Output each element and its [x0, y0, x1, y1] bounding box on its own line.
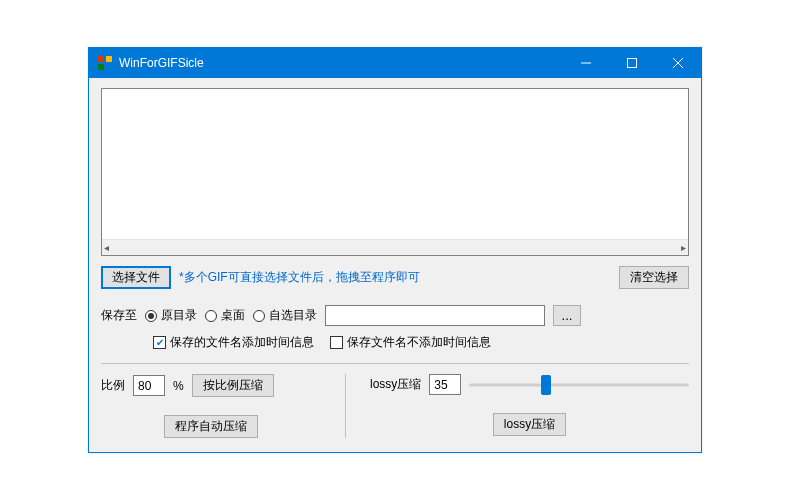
ratio-label: 比例: [101, 377, 125, 394]
lossy-slider[interactable]: [469, 375, 689, 395]
checkbox-icon: [330, 336, 343, 349]
window-title: WinForGIFSicle: [119, 56, 204, 70]
svg-rect-3: [106, 64, 112, 70]
app-icon: [97, 55, 113, 71]
radio-original-dir[interactable]: 原目录: [145, 307, 197, 324]
radio-label: 自选目录: [269, 307, 317, 324]
titlebar[interactable]: WinForGIFSicle: [89, 48, 701, 78]
radio-label: 桌面: [221, 307, 245, 324]
drag-hint-label: *多个GIF可直接选择文件后，拖拽至程序即可: [179, 269, 420, 286]
file-list[interactable]: ◂ ▸: [101, 88, 689, 256]
slider-track: [469, 383, 689, 386]
browse-button[interactable]: ...: [553, 305, 581, 326]
close-button[interactable]: [655, 48, 701, 78]
checkbox-label: 保存的文件名添加时间信息: [170, 334, 314, 351]
lossy-panel: lossy压缩 lossy压缩: [370, 374, 689, 438]
ratio-panel: 比例 % 按比例压缩 程序自动压缩: [101, 374, 321, 438]
radio-icon: [145, 310, 157, 322]
save-path-input[interactable]: [325, 305, 545, 326]
checkbox-add-time[interactable]: ✔ 保存的文件名添加时间信息: [153, 334, 314, 351]
clear-selection-button[interactable]: 清空选择: [619, 266, 689, 289]
svg-rect-1: [106, 56, 112, 62]
minimize-button[interactable]: [563, 48, 609, 78]
app-window: WinForGIFSicle ◂ ▸ 选择文件 *多个GIF可直接选择文件后，拖…: [88, 47, 702, 453]
slider-thumb[interactable]: [541, 375, 551, 395]
svg-rect-0: [98, 56, 104, 62]
ratio-suffix: %: [173, 379, 184, 393]
compress-by-ratio-button[interactable]: 按比例压缩: [192, 374, 274, 397]
save-to-label: 保存至: [101, 307, 137, 324]
radio-desktop[interactable]: 桌面: [205, 307, 245, 324]
vertical-separator: [345, 374, 346, 438]
radio-custom-dir[interactable]: 自选目录: [253, 307, 317, 324]
radio-icon: [253, 310, 265, 322]
auto-compress-button[interactable]: 程序自动压缩: [164, 415, 258, 438]
lossy-input[interactable]: [429, 374, 461, 395]
radio-icon: [205, 310, 217, 322]
lossy-label: lossy压缩: [370, 376, 421, 393]
content-area: ◂ ▸ 选择文件 *多个GIF可直接选择文件后，拖拽至程序即可 清空选择 保存至…: [89, 78, 701, 452]
radio-label: 原目录: [161, 307, 197, 324]
checkbox-label: 保存文件名不添加时间信息: [347, 334, 491, 351]
svg-rect-5: [628, 59, 637, 68]
maximize-button[interactable]: [609, 48, 655, 78]
divider: [101, 363, 689, 364]
lossy-compress-button[interactable]: lossy压缩: [493, 413, 566, 436]
scroll-right-icon[interactable]: ▸: [681, 242, 686, 253]
select-file-button[interactable]: 选择文件: [101, 266, 171, 289]
checkbox-no-add-time[interactable]: 保存文件名不添加时间信息: [330, 334, 491, 351]
scroll-left-icon[interactable]: ◂: [104, 242, 109, 253]
scrollbar-horizontal[interactable]: ◂ ▸: [102, 239, 688, 255]
ratio-input[interactable]: [133, 375, 165, 396]
svg-rect-2: [98, 64, 104, 70]
checkbox-icon: ✔: [153, 336, 166, 349]
